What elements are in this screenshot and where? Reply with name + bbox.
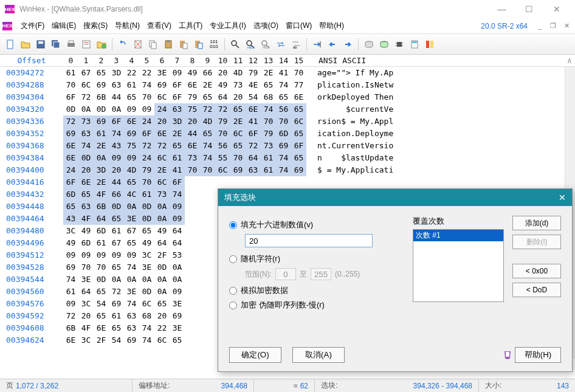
- byte-cell[interactable]: 0D: [139, 213, 154, 225]
- passes-listbox[interactable]: 次数 #1: [413, 229, 504, 302]
- byte-cell[interactable]: 4D: [200, 115, 215, 128]
- byte-cell[interactable]: 3E: [78, 273, 94, 286]
- zero-button[interactable]: < 0x00: [512, 264, 561, 278]
- byte-cell[interactable]: 4F: [78, 213, 94, 225]
- menu-item[interactable]: 查看(V): [143, 19, 175, 33]
- byte-cell[interactable]: [185, 298, 200, 310]
- byte-cell[interactable]: [200, 298, 215, 310]
- byte-cell[interactable]: 24: [154, 103, 170, 115]
- hex-row[interactable]: 003943367273696F6E24203D204D792E4170706C…: [0, 115, 575, 128]
- byte-cell[interactable]: 75: [124, 140, 139, 152]
- byte-cell[interactable]: 70: [63, 79, 78, 91]
- byte-cell[interactable]: 3E: [170, 322, 185, 334]
- scroll-up-icon[interactable]: ∧: [564, 56, 575, 65]
- fill-hex-radio[interactable]: [229, 221, 237, 229]
- byte-cell[interactable]: [185, 213, 200, 225]
- byte-cell[interactable]: 66: [200, 67, 215, 79]
- byte-cell[interactable]: 09: [170, 213, 185, 225]
- byte-cell[interactable]: 74: [139, 322, 154, 334]
- ascii-cell[interactable]: $currentVe: [306, 103, 393, 115]
- hex-row[interactable]: 003943200D0A0D0A09092463757272656E745665…: [0, 103, 575, 115]
- byte-cell[interactable]: 6E: [63, 334, 78, 346]
- byte-cell[interactable]: [200, 201, 215, 213]
- byte-cell[interactable]: 72: [246, 140, 261, 152]
- byte-cell[interactable]: 74: [124, 261, 139, 273]
- byte-cell[interactable]: 65: [291, 128, 306, 140]
- byte-cell[interactable]: 67: [78, 67, 94, 79]
- open-file-button[interactable]: [19, 38, 32, 51]
- byte-cell[interactable]: 70: [139, 91, 154, 103]
- byte-cell[interactable]: 69: [94, 79, 109, 91]
- byte-cell[interactable]: 3E: [124, 286, 139, 298]
- byte-cell[interactable]: 09: [78, 249, 94, 261]
- byte-cell[interactable]: 61: [94, 128, 109, 140]
- byte-cell[interactable]: 20: [185, 115, 200, 128]
- hex-row[interactable]: 003943686E742E43757272656E7456657273696F…: [0, 140, 575, 152]
- byte-cell[interactable]: 6E: [63, 140, 78, 152]
- byte-cell[interactable]: 0D: [78, 152, 94, 164]
- byte-cell[interactable]: 72: [109, 286, 124, 298]
- byte-cell[interactable]: 73: [154, 188, 170, 201]
- byte-cell[interactable]: 3C: [63, 225, 78, 237]
- byte-cell[interactable]: 70: [200, 164, 215, 176]
- byte-cell[interactable]: 4D: [124, 164, 139, 176]
- byte-cell[interactable]: 3E: [170, 298, 185, 310]
- byte-cell[interactable]: [215, 176, 230, 188]
- byte-cell[interactable]: 6B: [94, 201, 109, 213]
- byte-cell[interactable]: 0A: [124, 201, 139, 213]
- byte-cell[interactable]: 6F: [63, 91, 78, 103]
- byte-cell[interactable]: 72: [215, 103, 230, 115]
- open-folder-button[interactable]: [95, 38, 108, 51]
- byte-cell[interactable]: 6F: [291, 140, 306, 152]
- back-button[interactable]: [326, 38, 339, 51]
- byte-cell[interactable]: 49: [154, 225, 170, 237]
- byte-cell[interactable]: 09: [170, 67, 185, 79]
- byte-cell[interactable]: 0D: [94, 103, 109, 115]
- byte-cell[interactable]: 63: [109, 79, 124, 91]
- clipboard-button[interactable]: [162, 38, 175, 51]
- byte-cell[interactable]: 61: [109, 225, 124, 237]
- ascii-cell[interactable]: $ = My.Applicati: [306, 164, 393, 176]
- byte-cell[interactable]: 69: [63, 261, 78, 273]
- pass-item[interactable]: 次数 #1: [413, 230, 503, 241]
- byte-cell[interactable]: 65: [170, 140, 185, 152]
- byte-cell[interactable]: 09: [124, 249, 139, 261]
- byte-cell[interactable]: 63: [124, 322, 139, 334]
- byte-cell[interactable]: 61: [94, 237, 109, 249]
- byte-cell[interactable]: 49: [185, 67, 200, 79]
- byte-cell[interactable]: 69: [63, 128, 78, 140]
- replace-button[interactable]: [274, 38, 288, 51]
- byte-cell[interactable]: 6F: [170, 79, 185, 91]
- byte-cell[interactable]: 49: [139, 237, 154, 249]
- byte-cell[interactable]: 09: [63, 298, 78, 310]
- byte-cell[interactable]: 0D: [139, 201, 154, 213]
- byte-cell[interactable]: 68: [139, 310, 154, 322]
- byte-cell[interactable]: 6C: [291, 115, 306, 128]
- byte-cell[interactable]: 09: [124, 152, 139, 164]
- byte-cell[interactable]: 3D: [94, 164, 109, 176]
- byte-cell[interactable]: 0D: [109, 201, 124, 213]
- save-all-button[interactable]: [49, 38, 63, 51]
- byte-cell[interactable]: [185, 237, 200, 249]
- byte-cell[interactable]: 6D: [63, 188, 78, 201]
- byte-cell[interactable]: 6C: [154, 334, 170, 346]
- byte-cell[interactable]: [185, 249, 200, 261]
- byte-cell[interactable]: 20: [215, 67, 230, 79]
- byte-cell[interactable]: 3E: [154, 67, 170, 79]
- ok-button[interactable]: 确定(O): [229, 347, 281, 363]
- byte-cell[interactable]: 44: [185, 128, 200, 140]
- dod-button[interactable]: < DoD: [512, 283, 561, 297]
- byte-cell[interactable]: 63: [170, 103, 185, 115]
- byte-cell[interactable]: 61: [63, 67, 78, 79]
- byte-cell[interactable]: 68: [261, 91, 276, 103]
- cut-button[interactable]: [131, 38, 145, 51]
- byte-cell[interactable]: 69: [94, 115, 109, 128]
- help-button[interactable]: 帮助(H): [515, 347, 561, 363]
- byte-cell[interactable]: 0A: [154, 201, 170, 213]
- byte-cell[interactable]: [200, 322, 215, 334]
- byte-cell[interactable]: 65: [124, 176, 139, 188]
- copy-button[interactable]: [146, 38, 160, 51]
- byte-cell[interactable]: 6E: [185, 79, 200, 91]
- byte-cell[interactable]: 0A: [109, 103, 124, 115]
- menu-item[interactable]: 选项(O): [250, 19, 282, 33]
